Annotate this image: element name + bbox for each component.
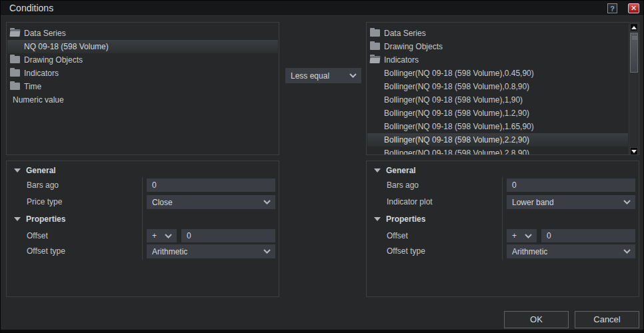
- chevron-down-icon: [525, 234, 532, 238]
- expanded-triangle-icon: [374, 168, 381, 172]
- question-mark-icon: ?: [610, 5, 615, 13]
- tree-item-drawing-objects[interactable]: Drawing Objects: [367, 40, 628, 53]
- tree-item-numeric-value[interactable]: Numeric value: [7, 93, 278, 107]
- vertical-scrollbar[interactable]: [629, 23, 638, 155]
- bars-ago-input[interactable]: 0: [147, 178, 275, 192]
- general-section-header[interactable]: General: [367, 165, 639, 176]
- chevron-down-icon: [623, 249, 631, 254]
- close-button[interactable]: ✕: [628, 3, 639, 13]
- tree-item-label: Data Series: [384, 29, 426, 38]
- tree-item-label: Bollinger(NQ 09-18 (598 Volume),2.2,90): [384, 135, 529, 145]
- expanded-triangle-icon: [14, 168, 21, 172]
- price-type-value: Close: [152, 196, 263, 209]
- folder-icon: [10, 56, 21, 64]
- tree-item-indicators[interactable]: Indicators: [7, 67, 278, 80]
- folder-icon: [370, 29, 381, 37]
- ok-button[interactable]: OK: [504, 311, 569, 328]
- folder-icon: [10, 83, 21, 91]
- offset-sign-value: +: [512, 229, 525, 242]
- tree-item-label: NQ 09-18 (598 Volume): [24, 42, 109, 51]
- tree-item-label: Bollinger(NQ 09-18 (598 Volume),1,90): [384, 95, 523, 105]
- offset-sign-value: +: [152, 229, 165, 242]
- tree-item-label: Bollinger(NQ 09-18 (598 Volume),1.65,90): [384, 122, 534, 131]
- chevron-down-icon: [263, 200, 271, 204]
- chevron-down-icon: [349, 73, 357, 78]
- folder-open-icon: [370, 56, 381, 64]
- tree-item-label: Drawing Objects: [24, 55, 83, 65]
- offset-label: Offset: [387, 229, 408, 242]
- offset-type-dropdown[interactable]: Arithmetic: [147, 244, 275, 258]
- tree-item-label: Indicators: [384, 55, 419, 65]
- folder-open-icon: [10, 29, 21, 37]
- tree-item-instrument-selected[interactable]: NQ 09-18 (598 Volume): [7, 40, 278, 53]
- bars-ago-input[interactable]: 0: [507, 178, 635, 192]
- indicator-plot-dropdown[interactable]: Lower band: [507, 195, 635, 209]
- offset-type-value: Arithmetic: [512, 245, 623, 258]
- dialog-title: Conditions: [9, 3, 53, 13]
- offset-input[interactable]: 0: [541, 229, 635, 242]
- left-properties-panel: General Bars ago 0 Price type Close Prop…: [6, 161, 279, 297]
- help-button[interactable]: ?: [607, 3, 617, 13]
- chevron-down-icon: [165, 234, 172, 238]
- tree-item-label: Bollinger(NQ 09-18 (598 Volume),2.8,90): [384, 149, 529, 155]
- tree-item-label: Indicators: [24, 69, 59, 78]
- tree-item-bollinger[interactable]: Bollinger(NQ 09-18 (598 Volume),1.2,90): [367, 107, 628, 120]
- cancel-button[interactable]: Cancel: [575, 311, 639, 328]
- price-type-dropdown[interactable]: Close: [147, 195, 275, 209]
- scrollbar-down-button[interactable]: [630, 147, 638, 155]
- tree-item-label: Data Series: [24, 29, 66, 38]
- close-icon: ✕: [631, 4, 637, 13]
- tree-item-data-series[interactable]: Data Series: [7, 27, 278, 40]
- tree-item-bollinger-selected[interactable]: Bollinger(NQ 09-18 (598 Volume),2.2,90): [367, 133, 628, 147]
- bars-ago-label: Bars ago: [27, 178, 59, 192]
- operator-value: Less equal: [291, 69, 349, 83]
- scrollbar-up-button[interactable]: [630, 23, 638, 31]
- left-condition-tree: Data Series NQ 09-18 (598 Volume) Drawin…: [6, 22, 279, 155]
- properties-section-header[interactable]: Properties: [7, 214, 279, 224]
- right-properties-panel: General Bars ago 0 Indicator plot Lower …: [366, 161, 639, 297]
- offset-type-label: Offset type: [27, 244, 65, 258]
- expanded-triangle-icon: [14, 217, 21, 221]
- section-header-label: Properties: [26, 214, 65, 224]
- folder-icon: [10, 69, 21, 77]
- section-header-label: General: [386, 166, 416, 175]
- arrow-up-icon: [631, 26, 637, 29]
- folder-icon: [370, 43, 381, 51]
- tree-item-drawing-objects[interactable]: Drawing Objects: [7, 53, 278, 67]
- tree-item-label: Bollinger(NQ 09-18 (598 Volume),0.45,90): [384, 69, 534, 78]
- tree-item-label: Drawing Objects: [384, 42, 443, 51]
- arrow-down-icon: [631, 150, 637, 153]
- offset-type-value: Arithmetic: [152, 245, 263, 258]
- offset-sign-dropdown[interactable]: +: [147, 229, 177, 242]
- offset-input[interactable]: 0: [181, 229, 275, 242]
- tree-item-indicators[interactable]: Indicators: [367, 53, 628, 67]
- offset-sign-dropdown[interactable]: +: [507, 229, 537, 242]
- tree-item-time[interactable]: Time: [7, 80, 278, 93]
- offset-type-dropdown[interactable]: Arithmetic: [507, 244, 635, 258]
- tree-item-bollinger[interactable]: Bollinger(NQ 09-18 (598 Volume),0.8,90): [367, 80, 628, 93]
- tree-item-label: Bollinger(NQ 09-18 (598 Volume),0.8,90): [384, 82, 529, 91]
- expanded-triangle-icon: [374, 217, 381, 221]
- section-header-label: Properties: [386, 214, 425, 224]
- tree-item-label: Bollinger(NQ 09-18 (598 Volume),1.2,90): [384, 109, 529, 118]
- indicator-plot-label: Indicator plot: [387, 195, 433, 208]
- dialog-bottom-edge: [1, 330, 643, 332]
- offset-type-label: Offset type: [387, 244, 425, 258]
- right-condition-tree: Data Series Drawing Objects Indicators B…: [366, 22, 639, 155]
- tree-item-label: Numeric value: [13, 95, 64, 105]
- general-section-header[interactable]: General: [7, 165, 279, 176]
- tree-item-label: Time: [24, 82, 41, 91]
- properties-section-header[interactable]: Properties: [367, 214, 639, 224]
- tree-item-bollinger[interactable]: Bollinger(NQ 09-18 (598 Volume),1,90): [367, 93, 628, 107]
- indicator-plot-value: Lower band: [512, 196, 623, 209]
- tree-item-bollinger[interactable]: Bollinger(NQ 09-18 (598 Volume),1.65,90): [367, 120, 628, 133]
- tree-item-data-series[interactable]: Data Series: [367, 27, 628, 40]
- bars-ago-label: Bars ago: [387, 178, 419, 192]
- operator-dropdown[interactable]: Less equal: [285, 68, 361, 83]
- conditions-dialog: Conditions ? ✕ Data Series NQ 09-18 (598…: [0, 0, 644, 333]
- tree-item-bollinger[interactable]: Bollinger(NQ 09-18 (598 Volume),2.8,90): [367, 147, 628, 155]
- price-type-label: Price type: [27, 195, 62, 208]
- scrollbar-thumb[interactable]: [630, 33, 638, 73]
- chevron-down-icon: [263, 249, 271, 254]
- tree-item-bollinger[interactable]: Bollinger(NQ 09-18 (598 Volume),0.45,90): [367, 67, 628, 80]
